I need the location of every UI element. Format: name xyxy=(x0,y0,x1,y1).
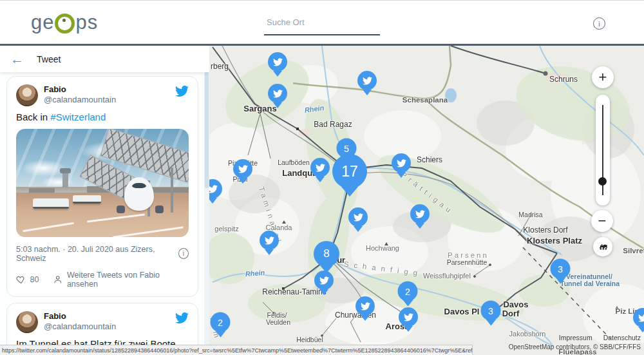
sidebar-scrollbar[interactable] xyxy=(204,72,209,355)
cluster-count: 2 xyxy=(218,317,223,327)
map-label: Bad Ragaz xyxy=(314,120,352,129)
person-icon xyxy=(53,274,62,285)
map-cluster-marker[interactable]: 17 xyxy=(332,154,367,189)
train-icon xyxy=(598,242,608,252)
back-arrow-icon[interactable]: ← xyxy=(10,52,24,66)
tweet-info-icon[interactable]: i xyxy=(178,248,189,259)
like-heart-icon[interactable] xyxy=(16,274,26,285)
sidebar-header: ← Tweet xyxy=(0,46,209,72)
map-tweet-pin[interactable] xyxy=(314,271,334,290)
map-label: Reichenau-Tamins xyxy=(262,287,326,296)
search-input[interactable] xyxy=(264,17,383,27)
map-label: Laufböden xyxy=(278,158,310,166)
tweet-list[interactable]: Fabio @calandamountain Back in #Switzerl… xyxy=(0,72,204,355)
more-tweets-link[interactable]: Weitere Tweets von Fabio ansehen xyxy=(67,271,189,289)
map-label: Schiers xyxy=(417,155,442,164)
map-tweet-pin[interactable] xyxy=(399,307,418,327)
hashtag-link[interactable]: #Switzerland xyxy=(50,111,106,122)
zoom-slider-thumb[interactable] xyxy=(598,177,607,186)
header: geps i xyxy=(0,0,644,44)
cluster-count: 3 xyxy=(558,264,563,274)
map-tweet-pin[interactable] xyxy=(260,231,279,250)
app-window: geps i ← Tweet Fabio @calandamountain xyxy=(0,0,644,355)
avatar[interactable] xyxy=(16,84,38,106)
twitter-bird-icon xyxy=(638,313,644,323)
twitter-bird-icon xyxy=(415,209,425,219)
twitter-bird-icon xyxy=(209,184,218,194)
zoom-slider[interactable] xyxy=(596,95,610,206)
tweet-author-name: Fabio xyxy=(44,311,175,321)
map-label: Madrisa xyxy=(518,211,542,218)
scrollbar-thumb[interactable] xyxy=(205,72,209,188)
map-tweet-pin[interactable] xyxy=(410,204,430,224)
logo-o-icon xyxy=(55,14,75,34)
cluster-count: 5 xyxy=(344,143,349,153)
airport-vehicle xyxy=(33,198,69,209)
tweet-author-handle: @calandamountain xyxy=(44,95,175,105)
twitter-bird-icon xyxy=(273,57,283,67)
logo-text-left: ge xyxy=(31,11,54,34)
sidebar-title: Tweet xyxy=(37,54,61,64)
tweet-author-name: Fabio xyxy=(44,84,175,95)
map-label: Hochwang xyxy=(366,244,399,252)
map-label: Weissfluhgipfel xyxy=(423,272,471,280)
train-layer-button[interactable] xyxy=(593,237,612,256)
map-cluster-marker[interactable]: 3 xyxy=(551,259,571,279)
datenschutz-link[interactable]: Datenschutz xyxy=(603,334,641,341)
map-label: Schruns xyxy=(549,75,578,84)
map-tweet-pin[interactable] xyxy=(348,207,368,227)
twitter-bird-icon xyxy=(319,276,329,285)
map-label: gelspitz xyxy=(214,225,238,233)
map-label: Schesaplana xyxy=(402,96,448,104)
status-bar: https://twitter.com/calandamountain/stat… xyxy=(0,345,473,355)
zoom-out-button[interactable]: − xyxy=(591,210,613,232)
map-tweet-pin[interactable] xyxy=(233,159,252,178)
map-label: Davos xyxy=(503,300,528,309)
twitter-bird-icon xyxy=(316,163,325,173)
twitter-bird-icon xyxy=(361,302,370,311)
airport-vehicle xyxy=(73,195,101,204)
map-cluster-marker[interactable]: 2 xyxy=(398,282,418,302)
map-tweet-pin[interactable] xyxy=(310,158,330,177)
geops-logo[interactable]: geps xyxy=(31,11,98,34)
map-tweet-pin[interactable] xyxy=(355,296,375,316)
status-bar-url: https://twitter.com/calandamountain/stat… xyxy=(0,347,473,354)
twitter-bird-icon xyxy=(265,236,274,245)
tweet-card[interactable]: Fabio @calandamountain Back in #Switzerl… xyxy=(6,76,198,297)
map-tweet-pin[interactable] xyxy=(268,52,287,72)
map-label: Dorf xyxy=(502,309,520,318)
twitter-bird-icon xyxy=(404,312,413,322)
tweet-text: Back in #Switzerland xyxy=(16,111,189,124)
cluster-count: 2 xyxy=(405,286,410,296)
twitter-bird-icon[interactable] xyxy=(175,311,189,325)
impressum-link[interactable]: Impressum xyxy=(559,334,592,341)
map-cluster-marker[interactable]: 3 xyxy=(481,301,501,321)
cluster-count: 3 xyxy=(488,305,493,316)
map-attribution: Impressum Datenschutz OpenStreetMap cont… xyxy=(509,334,641,350)
avatar[interactable] xyxy=(16,311,38,333)
tweet-timestamp: 5:03 nachm. · 20. Juli 2020 aus Zizers, … xyxy=(16,245,178,263)
tweet-sidebar: ← Tweet Fabio @calandamountain Back in #… xyxy=(0,46,209,355)
cluster-count: 8 xyxy=(323,247,329,260)
zoom-in-button[interactable]: + xyxy=(592,66,614,88)
map-label: Tunnel dal Veraina xyxy=(560,280,620,287)
info-icon[interactable]: i xyxy=(593,17,605,30)
map-label: Veulden xyxy=(266,318,290,326)
map-tweet-pin[interactable] xyxy=(357,71,377,90)
map-label: Parsennhütte xyxy=(447,258,487,266)
map-tweet-pin[interactable] xyxy=(268,84,287,103)
twitter-bird-icon xyxy=(238,164,248,174)
twitter-bird-icon[interactable] xyxy=(175,84,189,98)
map-cluster-marker[interactable]: 2 xyxy=(211,312,231,332)
map-tweet-pin[interactable] xyxy=(392,153,411,173)
search-box xyxy=(264,10,380,35)
map-label: rberg xyxy=(211,62,229,71)
map-cluster-marker[interactable]: 8 xyxy=(314,241,339,267)
map-label: Davos Pl xyxy=(444,307,480,316)
cluster-count: 17 xyxy=(341,163,358,180)
tweet-author-handle: @calandamountain xyxy=(44,321,175,332)
map-area[interactable]: + − Impressum Datenschutz OpenStreetMap … xyxy=(209,46,644,355)
twitter-bird-icon xyxy=(354,213,363,222)
control-tower xyxy=(62,172,68,187)
tweet-photo-airport[interactable] xyxy=(16,129,189,237)
